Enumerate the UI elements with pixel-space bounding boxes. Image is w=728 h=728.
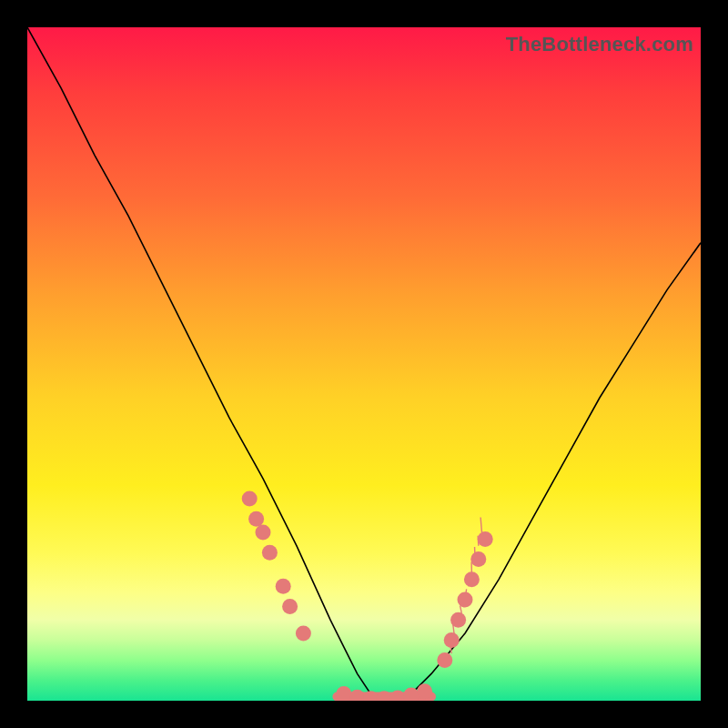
data-markers (242, 491, 493, 702)
marker-dot (248, 511, 264, 527)
marker-dot (296, 626, 311, 642)
marker-dot (262, 545, 278, 561)
marker-dot (458, 592, 473, 608)
svg-line-3 (460, 605, 462, 612)
marker-dot (390, 691, 406, 701)
marker-dot (276, 579, 291, 594)
chart-frame: TheBottleneck.com (0, 0, 728, 728)
marker-dot (349, 690, 365, 701)
marker-dot (478, 531, 493, 547)
marker-dot (417, 683, 432, 699)
bottleneck-curve-svg (27, 27, 701, 701)
marker-dot (444, 632, 460, 648)
marker-dot (450, 612, 466, 628)
marker-dot (282, 599, 298, 614)
marker-dot (242, 491, 258, 507)
marker-dot (470, 551, 486, 567)
marker-dot (464, 571, 480, 587)
bottleneck-curve (27, 27, 701, 701)
marker-dot (256, 525, 271, 541)
marker-dot (437, 652, 452, 668)
plot-area: TheBottleneck.com (27, 27, 701, 701)
svg-line-9 (480, 518, 481, 532)
marker-dot (336, 686, 351, 701)
